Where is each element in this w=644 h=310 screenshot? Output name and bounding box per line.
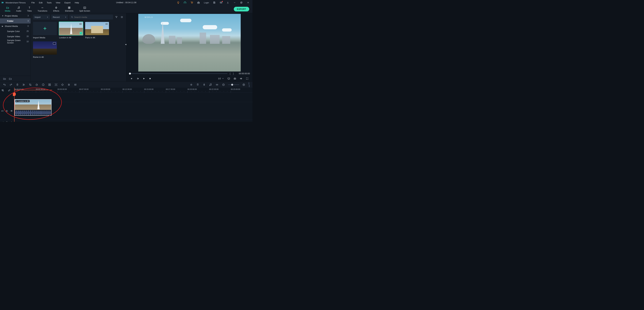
svg-rect-28	[150, 78, 151, 79]
thumbnail[interactable]	[85, 22, 109, 35]
media-item-paris[interactable]: Paris in 4K	[85, 22, 109, 39]
expand-button[interactable]	[214, 82, 220, 87]
menu-help[interactable]: Help	[73, 0, 81, 5]
display-mode-icon[interactable]	[226, 76, 232, 81]
fullscreen-icon[interactable]	[244, 76, 250, 81]
redo-button[interactable]	[8, 82, 14, 87]
stop-button[interactable]	[147, 76, 153, 81]
filter-icon[interactable]	[114, 15, 118, 19]
render-preview-button[interactable]	[189, 82, 194, 87]
zoom-in-button[interactable]	[241, 82, 246, 87]
speed-button[interactable]	[34, 82, 39, 87]
lock-icon[interactable]	[6, 110, 8, 112]
menu-file[interactable]: File	[30, 0, 37, 5]
link-icon[interactable]	[8, 88, 11, 92]
motion-tracking-button[interactable]	[54, 82, 58, 87]
tab-titles[interactable]: Titles	[24, 5, 34, 13]
tree-shared-media[interactable]: ▶ Shared Media 0	[0, 24, 30, 29]
svg-point-16	[70, 8, 70, 8]
timeline-clip[interactable]: London in 4K	[14, 99, 52, 116]
download-icon[interactable]	[225, 0, 231, 5]
search-input[interactable]	[74, 16, 112, 18]
search-media[interactable]	[70, 15, 113, 20]
tree-sample-green[interactable]: Sample Green Screen 10	[0, 39, 30, 44]
audio-track[interactable]: ♫1	[0, 120, 252, 122]
thumbnail[interactable]	[33, 42, 57, 54]
adjust-button[interactable]	[66, 82, 72, 87]
green-screen-button[interactable]	[47, 82, 52, 87]
export-button[interactable]: EXPORT	[234, 7, 249, 12]
grid-view-icon[interactable]	[120, 15, 124, 19]
delete-button[interactable]	[15, 82, 20, 87]
menu-export[interactable]: Export	[62, 0, 72, 5]
svg-point-41	[211, 85, 212, 85]
eye-icon[interactable]	[10, 110, 13, 112]
folder-icon[interactable]	[9, 77, 12, 80]
play-pause-button[interactable]	[135, 76, 140, 81]
svg-rect-15	[68, 8, 69, 8]
gift-icon[interactable]	[196, 0, 202, 5]
import-dropdown[interactable]: Import ▼	[33, 15, 50, 20]
tab-audio[interactable]: Audio	[13, 5, 24, 13]
timeline-ruler[interactable]: 00:00:00:00 00:02:30:00 00:05:00:00 00:0…	[14, 88, 252, 92]
menu-tools[interactable]: Tools	[45, 0, 54, 5]
timeline-settings-icon[interactable]	[1, 88, 4, 92]
document-title: Untitled：00:04:11:08	[116, 1, 136, 4]
record-dropdown[interactable]: Record ▼	[51, 15, 68, 20]
menu-view[interactable]: View	[54, 0, 62, 5]
thumbnail[interactable]: ✓	[59, 22, 83, 35]
snapshot-icon[interactable]	[232, 76, 238, 81]
record-voiceover-button[interactable]	[202, 82, 207, 87]
zoom-out-button[interactable]	[221, 82, 226, 87]
tab-transitions[interactable]: Transitions	[34, 5, 50, 13]
login-button[interactable]: Login	[202, 0, 210, 5]
scrub-track[interactable]	[129, 73, 228, 74]
zoom-slider[interactable]	[228, 84, 239, 85]
audio-mixer-button[interactable]	[73, 82, 78, 87]
tree-sample-video[interactable]: Sample Video 20	[0, 34, 30, 39]
tree-folder[interactable]: Folder 3	[0, 18, 30, 24]
tab-elements[interactable]: Elements	[62, 5, 76, 13]
close-button[interactable]	[245, 0, 251, 5]
play-button[interactable]	[141, 76, 147, 81]
lock-icon[interactable]	[6, 121, 8, 122]
collapse-panel-icon[interactable]: ◀	[125, 44, 126, 45]
zoom-thumb[interactable]	[231, 84, 233, 86]
marker-button[interactable]	[195, 82, 200, 87]
media-item-london[interactable]: ✓ London in 4K	[59, 22, 83, 39]
media-import[interactable]: + Import Media	[33, 22, 57, 39]
speaker-icon[interactable]	[10, 121, 13, 122]
message-icon[interactable]	[218, 0, 224, 5]
cart-icon[interactable]	[189, 0, 195, 5]
maximize-button[interactable]	[238, 0, 244, 5]
media-item-rome[interactable]: Rome in 4K	[33, 42, 57, 58]
keyframe-button[interactable]	[60, 82, 65, 87]
undo-button[interactable]	[2, 82, 7, 87]
tree-project-media[interactable]: ▼ Project Media 3	[0, 13, 30, 18]
crop-button[interactable]	[28, 82, 33, 87]
save-icon[interactable]	[211, 0, 217, 5]
menu-edit[interactable]: Edit	[37, 0, 44, 5]
preview-frame[interactable]: WORLD	[138, 14, 241, 72]
panel-resize-handle[interactable]	[248, 82, 250, 87]
volume-icon[interactable]	[238, 76, 244, 81]
tree-sample-color[interactable]: Sample Color 25	[0, 29, 30, 34]
scrub-thumb[interactable]	[129, 73, 131, 74]
new-folder-icon[interactable]	[3, 77, 6, 80]
tab-media[interactable]: Media	[2, 5, 13, 13]
audio-sync-button[interactable]	[208, 82, 213, 87]
minimize-button[interactable]	[232, 0, 238, 5]
color-button[interactable]	[40, 82, 46, 87]
tips-icon[interactable]	[175, 0, 181, 5]
clip-waveform	[15, 110, 51, 116]
support-icon[interactable]	[182, 0, 188, 5]
preview-scale-dropdown[interactable]: 1/2 ▼	[216, 77, 226, 80]
mark-in-icon[interactable]: {	[230, 72, 231, 75]
mark-out-icon[interactable]: }	[233, 72, 234, 75]
svg-point-37	[56, 84, 56, 85]
tab-effects[interactable]: Effects	[50, 5, 62, 13]
tab-split-screen[interactable]: Split Screen	[76, 5, 93, 13]
playhead-handle[interactable]	[13, 92, 16, 96]
prev-frame-button[interactable]	[129, 76, 134, 81]
split-button[interactable]	[21, 82, 26, 87]
